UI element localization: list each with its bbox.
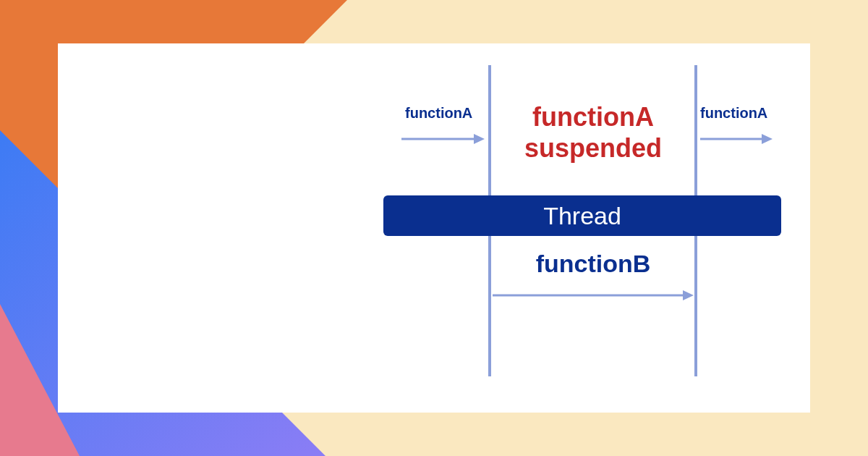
label-functionA-suspended: functionA suspended xyxy=(499,101,687,164)
label-functionB: functionB xyxy=(499,250,687,278)
suspended-line1: functionA xyxy=(532,102,654,132)
label-functionA-after: functionA xyxy=(700,105,767,122)
svg-marker-8 xyxy=(683,290,694,300)
diagram-card: functionA functionA suspended functionA … xyxy=(58,43,810,413)
thread-bar: Thread xyxy=(383,195,781,236)
thread-label: Thread xyxy=(543,202,621,230)
svg-marker-6 xyxy=(762,134,773,144)
svg-marker-4 xyxy=(474,134,485,144)
suspend-thread-diagram: functionA functionA suspended functionA … xyxy=(333,65,781,376)
label-functionA-before: functionA xyxy=(405,105,472,122)
suspended-line2: suspended xyxy=(524,133,662,163)
arrow-functionA-resume xyxy=(700,132,773,146)
arrow-functionA-enter xyxy=(401,132,485,146)
arrow-functionB xyxy=(493,288,694,303)
